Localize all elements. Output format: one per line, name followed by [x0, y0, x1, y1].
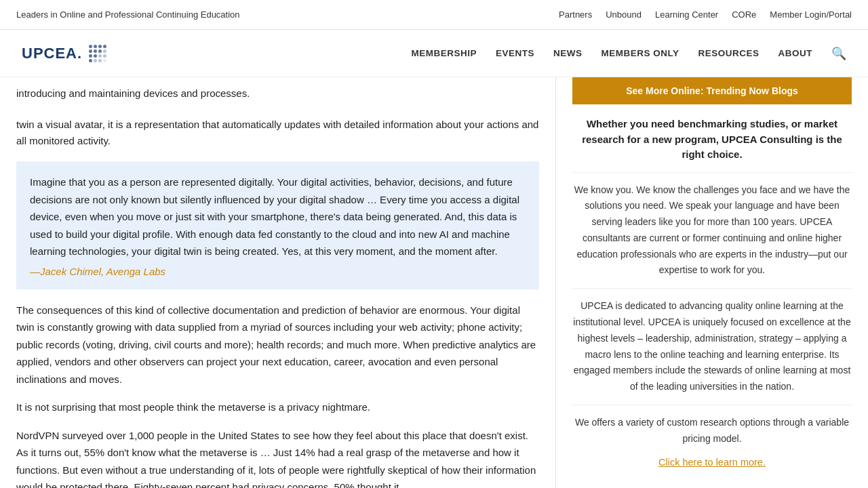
main-nav: UPCEA. MEMBERSHIP EVENTS NEWS MEMBERS ON… [0, 30, 868, 77]
trending-blogs-button[interactable]: See More Online: Trending Now Blogs [572, 77, 852, 104]
divider-3 [572, 405, 852, 405]
divider-1 [572, 172, 852, 173]
consulting-headline: Whether you need benchmarking studies, o… [572, 117, 852, 163]
main-article: introducing and maintaining devices and … [0, 77, 556, 488]
top-bar-partners[interactable]: Partners [559, 9, 592, 20]
logo[interactable]: UPCEA. [22, 45, 106, 62]
nav-resources[interactable]: RESOURCES [698, 48, 759, 58]
top-bar-links: Partners Unbound Learning Center CORe Me… [559, 9, 852, 20]
top-bar: Leaders in Online and Professional Conti… [0, 0, 868, 30]
nav-links: MEMBERSHIP EVENTS NEWS MEMBERS ONLY RESO… [411, 46, 846, 61]
sidebar: See More Online: Trending Now Blogs Whet… [556, 77, 868, 488]
consulting-body-2: UPCEA is dedicated to advancing quality … [572, 298, 852, 395]
top-bar-learning-center[interactable]: Learning Center [655, 9, 718, 20]
logo-dots [89, 45, 106, 62]
search-icon[interactable]: 🔍 [831, 46, 846, 61]
nav-news[interactable]: NEWS [553, 48, 583, 58]
consulting-cta-link[interactable]: Click here to learn more. [572, 457, 852, 468]
quote-attribution: —Jacek Chimel, Avenga Labs [30, 266, 526, 277]
consequences-para: The consequences of this kind of collect… [16, 302, 539, 388]
nav-membership[interactable]: MEMBERSHIP [411, 48, 477, 58]
top-bar-tagline: Leaders in Online and Professional Conti… [16, 9, 240, 20]
highlight-block: Imagine that you as a person are represe… [16, 161, 539, 289]
top-bar-unbound[interactable]: Unbound [606, 9, 642, 20]
nav-about[interactable]: ABOUT [778, 48, 813, 58]
privacy-para: It is not surprising that most people th… [16, 399, 539, 416]
logo-text: UPCEA. [22, 45, 82, 62]
consulting-body-1: We know you. We know the challenges you … [572, 182, 852, 279]
intro-text: introducing and maintaining devices and … [16, 77, 539, 102]
avatar-text: twin a visual avatar, it is a representa… [16, 108, 539, 149]
nordvpn-para: NordVPN surveyed over 1,000 people in th… [16, 427, 539, 489]
consulting-body-3: We offers a variety of custom research o… [572, 415, 852, 447]
divider-2 [572, 288, 852, 289]
highlight-para: Imagine that you as a person are represe… [30, 174, 526, 260]
nav-members-only[interactable]: MEMBERS ONLY [601, 48, 679, 58]
top-bar-member-login[interactable]: Member Login/Portal [770, 9, 852, 20]
nav-events[interactable]: EVENTS [496, 48, 534, 58]
top-bar-core[interactable]: CORe [732, 9, 756, 20]
content-wrapper: introducing and maintaining devices and … [0, 77, 868, 488]
consulting-section: Whether you need benchmarking studies, o… [572, 117, 852, 468]
